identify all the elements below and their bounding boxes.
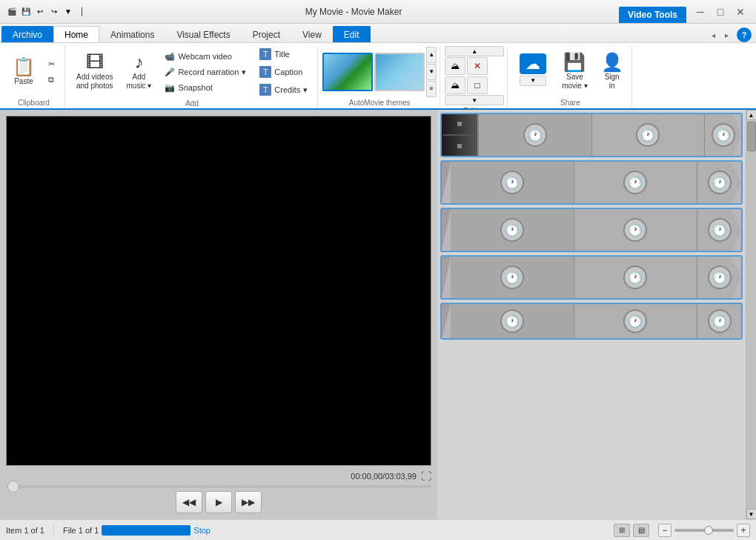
title-bar: 🎬 💾 ↩ ↪ ▼ │ My Movie - Movie Maker Video… xyxy=(0,0,756,24)
save-movie-label: Savemovie ▾ xyxy=(562,73,587,90)
zoom-thumb[interactable] xyxy=(704,526,713,535)
ribbon-toolbar: 📋 Paste ✂ ⧉ Clipboard 🎞 Add videosand ph… xyxy=(0,43,756,110)
tab-edit[interactable]: Edit xyxy=(333,26,371,42)
film-strip-1[interactable]: 🕐 🕐 🕐 xyxy=(440,113,743,157)
caption-button[interactable]: T Caption xyxy=(254,64,313,80)
film-strip-2[interactable]: 🕐 🕐 🕐 xyxy=(440,160,743,205)
onedrive-button[interactable]: ☁ ▼ xyxy=(512,50,554,94)
fullscreen-button[interactable]: ⛶ xyxy=(421,470,431,482)
theme-scroll-up[interactable]: ▲ xyxy=(426,47,437,63)
nav-back-icon[interactable]: ◂ xyxy=(707,29,719,41)
save-icon[interactable]: 💾 xyxy=(20,6,32,18)
time-text: 00:00,00/03:03,99 xyxy=(351,472,417,481)
seek-thumb[interactable] xyxy=(7,481,19,493)
add-videos-icon: 🎞 xyxy=(86,53,104,71)
credits-label: Credits xyxy=(274,85,300,94)
themes-group: ▲ ▼ ≡ AutoMovie themes xyxy=(319,46,440,108)
seek-bar[interactable] xyxy=(6,485,431,488)
film-5-seg-3: 🕐 xyxy=(697,304,741,338)
window-controls[interactable]: ─ □ ✕ xyxy=(691,4,750,19)
paste-button[interactable]: 📋 Paste xyxy=(7,50,40,94)
film-strip-3[interactable]: 🕐 🕐 🕐 xyxy=(440,208,743,252)
copy-icon: ⧉ xyxy=(48,75,54,85)
play-button[interactable]: ▶ xyxy=(205,491,232,513)
theme-item-2[interactable] xyxy=(374,53,425,91)
film-left-arrow xyxy=(442,162,451,203)
clock-5-3: 🕐 xyxy=(708,309,732,333)
dropdown-icon[interactable]: ▼ xyxy=(62,6,74,18)
cloud-scroll-btn[interactable]: ▼ xyxy=(520,76,546,86)
snapshot-label: Snapshot xyxy=(178,83,212,92)
add-small-group: 📹 Webcam video 🎤 Record narration ▾ 📷 Sn… xyxy=(159,50,251,95)
clock-3-3: 🕐 xyxy=(708,218,732,242)
monitor-icon-1[interactable]: ⊞ xyxy=(614,524,630,537)
nav-fwd-icon[interactable]: ▸ xyxy=(720,29,732,41)
clipboard-label: Clipboard xyxy=(7,97,60,108)
copy-button[interactable]: ⧉ xyxy=(43,73,60,87)
monitor-icon-2[interactable]: ▤ xyxy=(633,524,649,537)
editing-btn-3[interactable]: □ xyxy=(467,76,488,94)
scrollbar-up-button[interactable]: ▲ xyxy=(746,110,757,120)
window-title: My Movie - Movie Maker xyxy=(93,7,614,17)
maximize-button[interactable]: □ xyxy=(711,4,730,19)
zoom-slider[interactable] xyxy=(674,529,734,532)
editing-delete-btn[interactable]: ✕ xyxy=(467,57,488,75)
video-tools-badge: Video Tools xyxy=(619,7,686,23)
zoom-in-button[interactable]: + xyxy=(737,524,750,537)
add-group: 🎞 Add videosand photos ♪ Addmusic ▾ 📹 We… xyxy=(67,46,318,108)
undo-icon[interactable]: ↩ xyxy=(34,6,46,18)
add-videos-button[interactable]: 🎞 Add videosand photos xyxy=(71,50,119,94)
webcam-button[interactable]: 📹 Webcam video xyxy=(159,50,251,64)
clock-icon-2: 🕐 xyxy=(636,123,660,147)
scrollbar-track[interactable] xyxy=(746,120,757,509)
close-button[interactable]: ✕ xyxy=(731,4,750,19)
prev-frame-button[interactable]: ◀◀ xyxy=(176,491,202,513)
sign-in-label: Signin xyxy=(605,73,620,90)
film-strip-4[interactable]: 🕐 🕐 🕐 xyxy=(440,255,743,300)
redo-icon[interactable]: ↪ xyxy=(48,6,60,18)
credits-button[interactable]: T Credits ▾ xyxy=(254,82,313,98)
status-bar: Item 1 of 1 File 1 of 1 Stop ⊞ ▤ − + xyxy=(0,519,756,540)
stop-button[interactable]: Stop xyxy=(193,526,210,535)
tab-archivo[interactable]: Archivo xyxy=(1,26,53,42)
zoom-out-button[interactable]: − xyxy=(658,524,672,537)
save-movie-button[interactable]: 💾 Savemovie ▾ xyxy=(557,50,592,94)
film-segment-1: 🕐 xyxy=(479,114,591,156)
editing-btn-1[interactable]: ⛰ xyxy=(445,57,465,75)
theme-preview-1 xyxy=(324,54,371,90)
monitor-icons: ⊞ ▤ xyxy=(614,524,649,537)
tab-view[interactable]: View xyxy=(291,26,333,42)
tab-project[interactable]: Project xyxy=(242,26,291,42)
minimize-button[interactable]: ─ xyxy=(691,4,710,19)
cut-button[interactable]: ✂ xyxy=(43,57,60,71)
tab-visual-effects[interactable]: Visual Effects xyxy=(165,26,241,42)
film-4-seg-1: 🕐 xyxy=(451,257,574,298)
narration-button[interactable]: 🎤 Record narration ▾ xyxy=(159,65,251,79)
title-button[interactable]: T Title xyxy=(254,46,313,62)
editing-btn-2[interactable]: ⛰ xyxy=(445,76,465,94)
item-count-label: Item 1 of 1 xyxy=(6,526,44,535)
add-music-button[interactable]: ♪ Addmusic ▾ xyxy=(122,50,157,94)
editing-scroll-down[interactable]: ▼ xyxy=(445,95,504,105)
scrollbar-down-button[interactable]: ▼ xyxy=(746,509,757,519)
tab-animations[interactable]: Animations xyxy=(99,26,165,42)
film-2-seg-2: 🕐 xyxy=(574,162,697,203)
scrollbar-thumb[interactable] xyxy=(747,122,756,151)
sign-in-icon: 👤 xyxy=(601,53,623,71)
ribbon-tabs: Archivo Home Animations Visual Effects P… xyxy=(0,24,756,43)
film-strip-5[interactable]: 🕐 🕐 🕐 xyxy=(440,303,743,340)
snapshot-button[interactable]: 📷 Snapshot xyxy=(159,81,251,95)
next-frame-button[interactable]: ▶▶ xyxy=(235,491,262,513)
theme-item-1[interactable] xyxy=(322,53,373,91)
theme-scroll-list[interactable]: ≡ xyxy=(426,81,437,97)
cloud-icon: ☁ xyxy=(525,55,540,73)
file-count-label: File 1 of 1 xyxy=(63,526,99,535)
title-icon: T xyxy=(259,48,271,60)
theme-scroll-down[interactable]: ▼ xyxy=(426,64,437,80)
cut-copy-group: ✂ ⧉ xyxy=(43,57,60,87)
film-4-seg-3: 🕐 xyxy=(697,257,741,298)
help-button[interactable]: ? xyxy=(737,27,752,42)
editing-scroll-up[interactable]: ▲ xyxy=(445,46,504,56)
tab-home[interactable]: Home xyxy=(53,26,99,42)
sign-in-button[interactable]: 👤 Signin xyxy=(596,50,629,94)
